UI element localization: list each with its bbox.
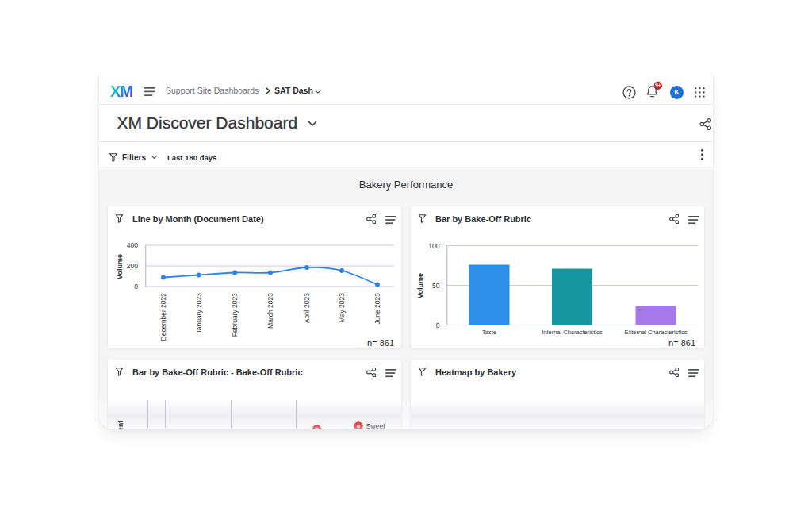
svg-text:Volume: Volume bbox=[116, 254, 124, 279]
svg-text:50: 50 bbox=[432, 282, 440, 290]
svg-text:January 2023: January 2023 bbox=[195, 293, 203, 334]
svg-text:March 2023: March 2023 bbox=[266, 293, 274, 329]
svg-text:n= 861: n= 861 bbox=[367, 338, 394, 348]
svg-text:200: 200 bbox=[127, 262, 138, 270]
svg-text:100: 100 bbox=[428, 242, 439, 250]
svg-text:Sweet: Sweet bbox=[366, 422, 386, 429]
svg-text:Sentiment: Sentiment bbox=[117, 421, 124, 429]
svg-text:0: 0 bbox=[436, 321, 440, 329]
svg-text:n= 861: n= 861 bbox=[668, 338, 695, 348]
svg-text:April 2023: April 2023 bbox=[303, 293, 311, 324]
svg-text:Volume: Volume bbox=[416, 273, 424, 298]
svg-text:June 2023: June 2023 bbox=[373, 293, 381, 325]
svg-text:Internal Characteristics: Internal Characteristics bbox=[542, 329, 603, 336]
svg-text:February 2023: February 2023 bbox=[231, 293, 239, 337]
svg-text:December 2022: December 2022 bbox=[159, 293, 167, 341]
svg-text:External Characteristics: External Characteristics bbox=[624, 329, 687, 336]
svg-text:0: 0 bbox=[134, 283, 138, 291]
svg-text:400: 400 bbox=[127, 241, 138, 249]
svg-text:Taste: Taste bbox=[482, 329, 496, 336]
svg-text:9+: 9+ bbox=[655, 83, 661, 88]
svg-text:May 2023: May 2023 bbox=[338, 293, 346, 323]
